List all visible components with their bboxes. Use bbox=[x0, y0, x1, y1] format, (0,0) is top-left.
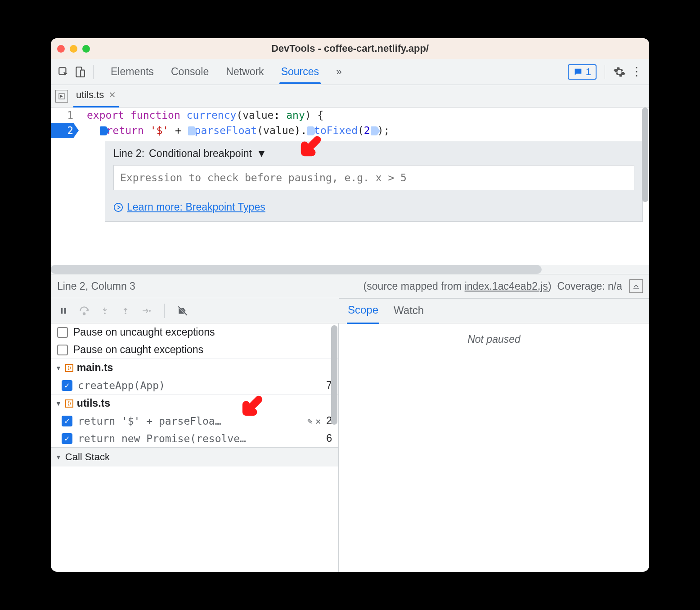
tab-console[interactable]: Console bbox=[169, 60, 211, 84]
chevron-down-icon: ▼ bbox=[256, 148, 267, 160]
svg-point-7 bbox=[104, 312, 106, 314]
file-tab-utils[interactable]: utils.ts ✕ bbox=[73, 85, 119, 108]
call-stack-header[interactable]: ▼ Call Stack bbox=[51, 447, 338, 466]
tab-elements[interactable]: Elements bbox=[109, 60, 156, 84]
navigator-toggle-icon[interactable] bbox=[55, 90, 68, 103]
main-toolbar: Elements Console Network Sources » 1 ⋮ bbox=[51, 59, 649, 85]
toolbar-right: 1 ⋮ bbox=[568, 64, 643, 80]
inspect-icon[interactable] bbox=[57, 66, 70, 78]
close-window[interactable] bbox=[57, 45, 65, 53]
breakpoints-pane: Pause on uncaught exceptions Pause on ca… bbox=[51, 323, 339, 572]
minimize-window[interactable] bbox=[70, 45, 77, 53]
breakpoint-item[interactable]: ✓ createApp(App) 7 bbox=[51, 377, 338, 394]
editor-statusbar: Line 2, Column 3 (source mapped from ind… bbox=[51, 274, 649, 298]
tab-sources[interactable]: Sources bbox=[279, 60, 321, 84]
svg-point-3 bbox=[114, 203, 122, 211]
window-titlebar: DevTools - coffee-cart.netlify.app/ bbox=[51, 38, 649, 59]
code-area[interactable]: export function currency(value: any) { r… bbox=[78, 108, 649, 265]
tab-more[interactable]: » bbox=[334, 60, 344, 84]
separator bbox=[93, 65, 94, 79]
code-editor[interactable]: 1 2 export function currency(value: any)… bbox=[51, 108, 649, 265]
issues-count: 1 bbox=[586, 66, 591, 78]
pause-icon[interactable] bbox=[57, 305, 70, 317]
step-into-icon[interactable] bbox=[99, 305, 111, 317]
device-toggle-icon[interactable] bbox=[73, 66, 86, 78]
pause-caught-row[interactable]: Pause on caught exceptions bbox=[51, 341, 338, 359]
breakpoint-type-selector[interactable]: Line 2: Conditional breakpoint ▼ bbox=[113, 148, 634, 160]
line-gutter: 1 2 bbox=[51, 108, 78, 265]
window-title: DevTools - coffee-cart.netlify.app/ bbox=[271, 43, 429, 54]
code-line-1: export function currency(value: any) { bbox=[87, 108, 649, 123]
breakpoint-item[interactable]: ✓ return '$' + parseFloa… ✎ ✕ 2 bbox=[51, 412, 338, 430]
show-more-icon[interactable] bbox=[629, 279, 643, 293]
chevron-down-icon: ▼ bbox=[55, 453, 62, 461]
file-tabs-bar: utils.ts ✕ bbox=[51, 85, 649, 108]
line-number[interactable]: 1 bbox=[51, 108, 73, 123]
scope-watch-pane: Scope Watch Not paused bbox=[339, 323, 649, 572]
step-over-icon[interactable] bbox=[78, 305, 90, 317]
checkbox[interactable]: ✓ bbox=[62, 416, 72, 426]
chevron-down-icon: ▼ bbox=[55, 364, 62, 372]
devtools-window: DevTools - coffee-cart.netlify.app/ Elem… bbox=[51, 38, 649, 572]
lower-panel: Pause on uncaught exceptions Pause on ca… bbox=[51, 323, 649, 572]
close-tab-icon[interactable]: ✕ bbox=[108, 90, 116, 100]
step-icon[interactable] bbox=[140, 305, 153, 317]
code-line-2: return '$' + parseFloat(value).toFixed(2… bbox=[87, 123, 649, 138]
svg-rect-5 bbox=[64, 308, 66, 314]
breakpoint-item[interactable]: ✓ return new Promise(resolve… 6 bbox=[51, 430, 338, 447]
annotation-arrow-icon bbox=[298, 134, 323, 161]
deactivate-breakpoints-icon[interactable] bbox=[176, 305, 189, 317]
tab-network[interactable]: Network bbox=[224, 60, 265, 84]
inline-breakpoint[interactable] bbox=[188, 126, 194, 135]
pane-vscroll[interactable] bbox=[330, 323, 338, 572]
bp-file-header[interactable]: ▼ ⟨⟩ utils.ts bbox=[51, 394, 338, 412]
settings-icon[interactable] bbox=[613, 66, 626, 78]
panel-tabs: Elements Console Network Sources » bbox=[109, 60, 344, 84]
svg-point-6 bbox=[83, 313, 85, 314]
file-icon: ⟨⟩ bbox=[65, 364, 73, 372]
source-mapped: (source mapped from index.1ac4eab2.js) C… bbox=[363, 280, 622, 292]
file-tab-label: utils.ts bbox=[76, 89, 104, 101]
edit-icon[interactable]: ✎ bbox=[307, 416, 313, 426]
right-tabs: Scope Watch bbox=[339, 298, 649, 323]
inline-breakpoint[interactable] bbox=[371, 126, 377, 135]
file-icon: ⟨⟩ bbox=[65, 399, 73, 408]
traffic-lights bbox=[57, 45, 90, 53]
source-map-link[interactable]: index.1ac4eab2.js bbox=[465, 280, 548, 292]
checkbox[interactable]: ✓ bbox=[62, 380, 72, 391]
svg-point-9 bbox=[149, 310, 151, 312]
pause-uncaught-row[interactable]: Pause on uncaught exceptions bbox=[51, 323, 338, 341]
checkbox[interactable] bbox=[57, 345, 68, 355]
maximize-window[interactable] bbox=[82, 45, 90, 53]
breakpoint-marker[interactable]: 2 bbox=[51, 123, 73, 138]
step-out-icon[interactable] bbox=[119, 305, 132, 317]
separator bbox=[605, 65, 605, 79]
annotation-arrow-icon bbox=[240, 393, 265, 421]
inline-breakpoint[interactable] bbox=[100, 126, 106, 135]
coverage-status: Coverage: n/a bbox=[557, 280, 622, 292]
not-paused-label: Not paused bbox=[339, 323, 649, 572]
separator bbox=[164, 304, 165, 318]
breakpoint-condition-input[interactable] bbox=[113, 165, 634, 190]
chevron-down-icon: ▼ bbox=[55, 400, 62, 407]
svg-rect-2 bbox=[81, 70, 85, 76]
checkbox[interactable] bbox=[57, 327, 68, 338]
cursor-position: Line 2, Column 3 bbox=[57, 280, 135, 292]
svg-point-8 bbox=[125, 312, 126, 314]
bp-file-header[interactable]: ▼ ⟨⟩ main.ts bbox=[51, 359, 338, 377]
editor-vscroll[interactable] bbox=[641, 108, 649, 265]
breakpoint-dialog: Line 2: Conditional breakpoint ▼ Learn m… bbox=[105, 141, 643, 222]
remove-icon[interactable]: ✕ bbox=[315, 416, 321, 426]
checkbox[interactable]: ✓ bbox=[62, 433, 72, 444]
tab-watch[interactable]: Watch bbox=[393, 299, 425, 323]
issues-badge[interactable]: 1 bbox=[568, 64, 597, 80]
svg-rect-4 bbox=[61, 308, 63, 314]
kebab-icon[interactable]: ⋮ bbox=[630, 66, 643, 78]
editor-hscroll[interactable] bbox=[51, 265, 649, 274]
learn-more-link[interactable]: Learn more: Breakpoint Types bbox=[113, 201, 634, 213]
tab-scope[interactable]: Scope bbox=[347, 298, 379, 324]
